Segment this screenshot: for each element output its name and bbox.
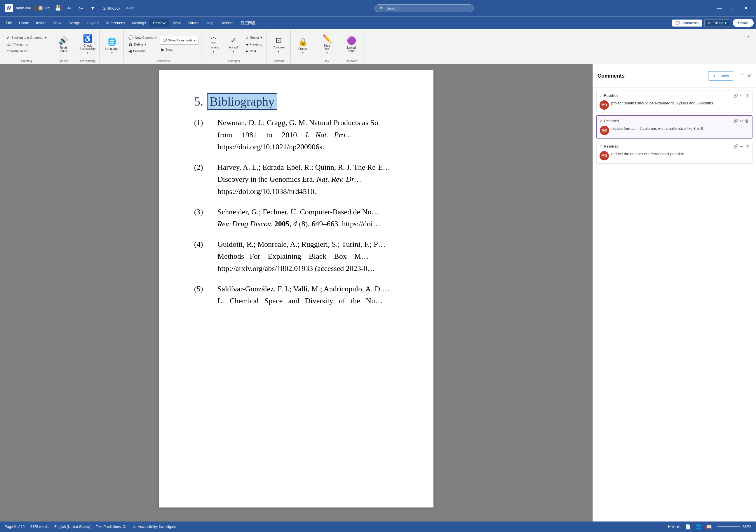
- comment-2-link-button[interactable]: 🔗: [733, 119, 738, 123]
- collapse-ribbon-button[interactable]: ∧: [743, 32, 754, 42]
- comment-1-avatar: MD: [600, 100, 609, 110]
- close-button[interactable]: ✕: [741, 3, 751, 13]
- chevron-down-icon: ▾: [260, 36, 262, 40]
- menu-insert[interactable]: Insert: [33, 19, 49, 27]
- autosave-toggle[interactable]: [33, 6, 43, 11]
- word-count-button[interactable]: ≡ Word Count: [5, 48, 48, 54]
- previous-comment-button[interactable]: ◀ Previous: [127, 48, 158, 54]
- comment-1-delete-button[interactable]: 🗑: [745, 93, 749, 98]
- new-comment-ribbon-button[interactable]: 💬 New Comment: [127, 35, 158, 41]
- comments-close-button[interactable]: ✕: [747, 68, 751, 84]
- comment-3-link-button[interactable]: 🔗: [733, 144, 738, 149]
- new-comment-panel-button[interactable]: ＋ + New: [708, 71, 733, 81]
- linked-notes-button[interactable]: 🟣 LinkedNotes: [342, 33, 361, 56]
- zoom-slider[interactable]: [716, 526, 740, 527]
- comment-2-delete-button[interactable]: 🗑: [745, 119, 749, 123]
- redo-button[interactable]: ↪: [76, 3, 86, 13]
- menu-home[interactable]: Home: [15, 19, 33, 27]
- main-area: 5. Bibliography (1) Newman, D. J.; Cragg…: [0, 64, 756, 521]
- title-bar-center: 🔍: [374, 4, 474, 12]
- menu-review[interactable]: Review: [149, 19, 169, 27]
- comment-item-3[interactable]: ✓ Resolved 🔗 ↩ 🗑 MD reduce the number of…: [596, 141, 752, 164]
- maximize-button[interactable]: □: [727, 3, 738, 13]
- comment-3-undo-button[interactable]: ↩: [740, 144, 743, 149]
- onenote-label: OneNote: [342, 58, 361, 63]
- menu-file[interactable]: File: [2, 19, 15, 27]
- zoom-level: 232%: [742, 525, 751, 529]
- comments-header: Comments ＋ + New ⌃ ✕: [593, 64, 756, 88]
- language-button[interactable]: 🌐 Language ▾: [102, 35, 121, 58]
- reject-button[interactable]: ✗ Reject ▾: [244, 35, 264, 41]
- menu-draw[interactable]: Draw: [49, 19, 65, 27]
- new-comment-icon: 💬: [128, 35, 133, 40]
- prev-change-button[interactable]: ◀ Previous: [244, 41, 264, 48]
- comment-1-link-button[interactable]: 🔗: [733, 93, 738, 98]
- menu-acrobat[interactable]: Acrobat: [217, 19, 237, 27]
- chevron-down-icon: ▾: [278, 50, 279, 53]
- chevron-down-icon: ▾: [194, 38, 196, 42]
- menu-view[interactable]: View: [169, 19, 184, 27]
- compare-icon: ⊡: [276, 36, 282, 45]
- next-change-button[interactable]: ▶ Next: [244, 48, 264, 54]
- zoom-area: 232%: [716, 525, 751, 529]
- print-layout-button[interactable]: 📄: [685, 524, 691, 530]
- read-mode-button[interactable]: 📖: [706, 524, 712, 530]
- menu-mailings[interactable]: Mailings: [129, 19, 150, 27]
- comment-item-1[interactable]: ✓ Resolved 🔗 ↩ 🗑 MD project months shoul…: [596, 90, 752, 113]
- menu-design[interactable]: Design: [65, 19, 84, 27]
- spelling-grammar-button[interactable]: ✔ Spelling and Grammar ▾: [5, 35, 48, 41]
- onenote-icon: 🟣: [347, 36, 356, 45]
- comment-2-text: please format in 2 columns with smaller …: [611, 126, 749, 135]
- protect-button[interactable]: 🔒 Protect ▾: [294, 35, 312, 58]
- title-actions: 💾 ↩ ↪ ▾: [53, 3, 98, 13]
- menu-layout[interactable]: Layout: [84, 19, 102, 27]
- comment-1-undo-button[interactable]: ↩: [740, 93, 743, 98]
- undo-button[interactable]: ↩: [64, 3, 75, 13]
- read-aloud-button[interactable]: 🔊 ReadAloud: [54, 33, 73, 56]
- ribbon-group-comments: 💬 New Comment 🗑 Delete ▾ ◀ Previous 💬 Sh…: [124, 30, 202, 63]
- menu-baidu[interactable]: 百度网盘: [237, 19, 259, 27]
- menu-zotero[interactable]: Zotero: [184, 19, 202, 27]
- comments-menu-button[interactable]: 💬 Comments: [672, 19, 702, 27]
- next-comment-button[interactable]: ▶ Next: [160, 46, 199, 53]
- title-bar-right: — □ ✕: [714, 3, 751, 13]
- accept-button[interactable]: ✓ Accept ▾: [224, 33, 243, 56]
- check-accessibility-button[interactable]: ♿ CheckAccessibility ▾: [78, 33, 97, 56]
- page-status: Page 9 of 10: [5, 525, 24, 529]
- thesaurus-button[interactable]: 📖 Thesaurus: [5, 41, 48, 48]
- show-comments-button[interactable]: 💬 Show Comments ▾: [160, 36, 199, 45]
- save-button[interactable]: 💾: [53, 3, 63, 13]
- delete-comment-button[interactable]: 🗑 Delete ▾: [127, 41, 158, 48]
- comments-stack: 💬 New Comment 🗑 Delete ▾ ◀ Previous: [127, 33, 158, 56]
- proofing-stack: ✔ Spelling and Grammar ▾ 📖 Thesaurus ≡ W…: [5, 33, 48, 56]
- search-box[interactable]: 🔍: [374, 4, 474, 12]
- bib-text-3: Schneider, G.; Fechner, U. Computer-Base…: [217, 206, 398, 230]
- compare-button[interactable]: ⊡ Compare ▾: [269, 33, 288, 56]
- language-icon: 🌐: [107, 37, 117, 46]
- comments-collapse-button[interactable]: ⌃: [740, 68, 744, 84]
- editing-menu-button[interactable]: ✏ Editing ▾: [704, 19, 730, 27]
- protect-tools: 🔒 Protect ▾: [294, 30, 312, 62]
- web-layout-button[interactable]: 🌐: [695, 524, 701, 530]
- chevron-down-icon: ▾: [725, 21, 726, 25]
- tracking-button[interactable]: ⬡ Tracking ▾: [204, 33, 223, 56]
- minimize-button[interactable]: —: [714, 3, 724, 13]
- reject-icon: ✗: [246, 36, 248, 40]
- menu-references[interactable]: References: [102, 19, 128, 27]
- hide-ink-button[interactable]: ✏️ HideInk ▾: [318, 33, 337, 56]
- comment-item-2[interactable]: ✓ Resolved 🔗 ↩ 🗑 MD please format in 2 c…: [596, 115, 752, 139]
- title-bar-left: W AutoSave Off 💾 ↩ ↪ ▾ 2 RP.docx Saved: [5, 3, 134, 13]
- prev-change-icon: ◀: [246, 42, 248, 46]
- ribbon-group-compare: ⊡ Compare ▾ Compare: [267, 30, 291, 63]
- share-button[interactable]: Share: [733, 19, 754, 27]
- comment-3-text: reduce the number of references if possi…: [611, 151, 749, 161]
- bib-entry-2: (2) Harvey, A. L.; Edrada-Ebel, R.; Quin…: [194, 161, 398, 198]
- reject-stack: ✗ Reject ▾ ◀ Previous ▶ Next: [244, 33, 264, 56]
- comment-2-undo-button[interactable]: ↩: [740, 119, 743, 123]
- menu-help[interactable]: Help: [202, 19, 217, 27]
- search-input[interactable]: [387, 6, 469, 11]
- comment-2-status: ✓ Resolved: [600, 119, 619, 123]
- focus-button[interactable]: Focus: [668, 524, 681, 529]
- customize-button[interactable]: ▾: [88, 3, 98, 13]
- comment-3-delete-button[interactable]: 🗑: [745, 144, 749, 149]
